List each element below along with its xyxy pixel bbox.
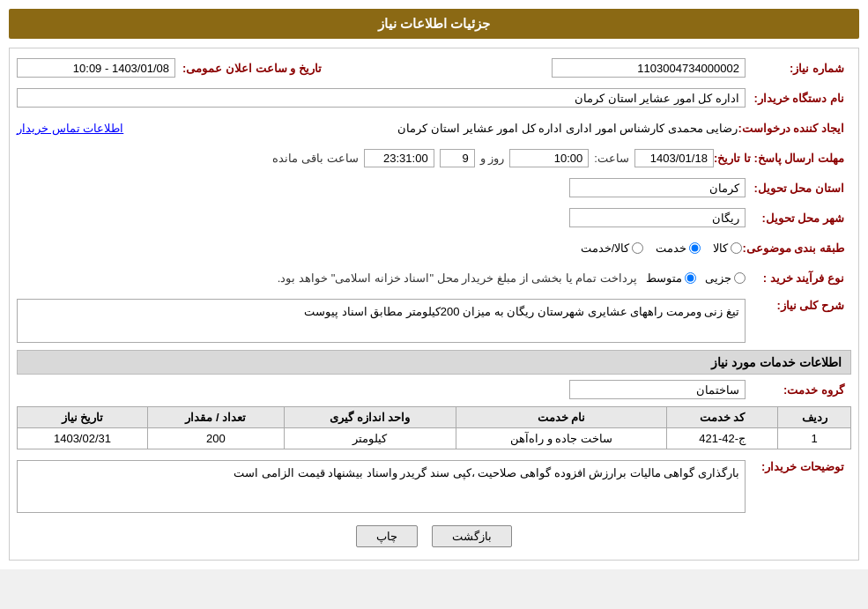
radio-motawaset[interactable]: متوسط [646, 271, 696, 285]
time-box: 10:00 [509, 149, 589, 167]
col-vahed: واحد اندازه گیری [284, 407, 456, 428]
row-gorooh: گروه خدمت: ساختمان [17, 380, 851, 399]
row-ostan: استان محل تحویل: کرمان [17, 175, 851, 200]
radio-khadamat-input[interactable] [689, 242, 701, 254]
process-row: جزیی متوسط پرداخت تمام یا بخشی از مبلغ خ… [17, 271, 746, 285]
tawzihat-label: توضیحات خریدار: [746, 457, 851, 473]
tarikh-elam-box: 1403/01/08 - 10:09 [17, 58, 175, 78]
radio-kala-khadamat[interactable]: کالا/خدمت [581, 241, 644, 255]
ostan-box: کرمان [569, 178, 746, 197]
row-shahr: شهر محل تحویل: ریگان [17, 205, 851, 230]
tawzihat-box: بارگذاری گواهی مالیات برارزش افزوده گواه… [17, 460, 746, 513]
tarikh-elam-value: 1403/01/08 - 10:09 [73, 62, 169, 75]
col-tarikh: تاریخ نیاز [18, 407, 148, 428]
radio-motawaset-input[interactable] [685, 272, 696, 284]
row-shomara: شماره نیاز: 1103004734000002 تاریخ و ساع… [17, 56, 851, 80]
ejad-value: رضایی محمدی کارشناس امور اداری اداره کل … [132, 122, 738, 135]
header-title: جزئیات اطلاعات نیاز [378, 16, 490, 31]
radio-kala-input[interactable] [731, 242, 742, 254]
row-tawzihat: توضیحات خریدار: بارگذاری گواهی مالیات بر… [17, 457, 851, 513]
date-box: 1403/01/18 [634, 149, 714, 167]
radio-jozee-input[interactable] [734, 272, 746, 284]
col-radif: ردیف [778, 407, 851, 428]
shomara-label: شماره نیاز: [746, 62, 851, 75]
radio-khadamat-label: خدمت [656, 241, 686, 255]
remaining-box: 23:31:00 [364, 149, 434, 167]
tabaqe-label: طبقه بندی موضوعی: [742, 241, 851, 255]
mohlet-label: مهلت ارسال پاسخ: تا تاریخ: [714, 152, 851, 165]
gorooh-box: ساختمان [569, 380, 746, 399]
cell-radif: 1 [778, 428, 851, 449]
page-header: جزئیات اطلاعات نیاز [9, 9, 859, 39]
page-wrapper: جزئیات اطلاعات نیاز شماره نیاز: 11030047… [0, 0, 868, 569]
cell-name: ساخت جاده و راه‌آهن [456, 428, 666, 449]
cell-tedad: 200 [147, 428, 284, 449]
radio-khadamat[interactable]: خدمت [656, 241, 701, 255]
radio-kalakhadamat-label: کالا/خدمت [581, 241, 630, 255]
rooz-value: 9 [462, 152, 468, 165]
time-label: ساعت: [594, 152, 629, 165]
radio-motawaset-label: متوسط [646, 271, 682, 285]
namedastgah-label: نام دستگاه خریدار: [746, 92, 851, 105]
farayand-label: نوع فرآیند خرید : [746, 271, 851, 285]
radio-jozee[interactable]: جزیی [705, 271, 746, 285]
row-namedastgah: نام دستگاه خریدار: اداره کل امور عشایر ا… [17, 85, 851, 110]
ostan-label: استان محل تحویل: [746, 182, 851, 195]
time-row: 1403/01/18 ساعت: 10:00 روز و 9 23:31:00 … [17, 149, 714, 167]
radio-kala[interactable]: کالا [713, 241, 742, 255]
sharh-box: تیغ زنی ومرمت راههای عشایری شهرستان ریگا… [17, 299, 746, 343]
bazgasht-button[interactable]: بازگشت [432, 525, 512, 547]
sharh-value: تیغ زنی ومرمت راههای عشایری شهرستان ریگا… [304, 305, 739, 318]
radio-kala-label: کالا [713, 241, 728, 255]
row-sharh: شرح کلی نیاز: تیغ زنی ومرمت راههای عشایر… [17, 295, 851, 343]
khadamat-section-title: اطلاعات خدمات مورد نیاز [17, 350, 851, 375]
form-section: شماره نیاز: 1103004734000002 تاریخ و ساع… [9, 48, 859, 561]
tarikh-elam-label: تاریخ و ساعت اعلان عمومی: [182, 62, 329, 75]
ostan-value: کرمان [709, 182, 739, 195]
table-section: ردیف کد خدمت نام خدمت واحد اندازه گیری ت… [17, 406, 851, 449]
table-row: 1 ج-42-421 ساخت جاده و راه‌آهن کیلومتر 2… [18, 428, 851, 449]
shahr-box: ریگان [569, 208, 746, 227]
remaining-label: ساعت باقی مانده [272, 152, 358, 165]
col-name: نام خدمت [456, 407, 666, 428]
tarikh-section: تاریخ و ساعت اعلان عمومی: 1403/01/08 - 1… [17, 58, 552, 78]
cell-vahed: کیلومتر [284, 428, 456, 449]
radio-jozee-label: جزیی [705, 271, 731, 285]
ejad-label: ایجاد کننده درخواست: [738, 122, 851, 135]
row-tabaqe: طبقه بندی موضوعی: کالا خدمت کالا/خدمت [17, 235, 851, 260]
farayand-text: پرداخت تمام یا بخشی از مبلغ خریدار محل "… [278, 271, 637, 285]
sharh-label: شرح کلی نیاز: [746, 295, 851, 312]
shomara-value: 1103004734000002 [637, 62, 739, 75]
shomara-value-box: 1103004734000002 [552, 58, 746, 78]
row-mohlet: مهلت ارسال پاسخ: تا تاریخ: 1403/01/18 سا… [17, 145, 851, 170]
remaining-value: 23:31:00 [383, 152, 428, 165]
row-farayand: نوع فرآیند خرید : جزیی متوسط پرداخت تمام… [17, 265, 851, 290]
tabaqe-radio-group: کالا خدمت کالا/خدمت [17, 241, 742, 255]
rooz-label: روز و [480, 152, 505, 165]
col-tedad: تعداد / مقدار [147, 407, 284, 428]
shahr-value: ریگان [712, 212, 739, 225]
rooz-box: 9 [440, 149, 475, 167]
cell-kod: ج-42-421 [667, 428, 778, 449]
services-table: ردیف کد خدمت نام خدمت واحد اندازه گیری ت… [17, 406, 851, 449]
col-kod: کد خدمت [667, 407, 778, 428]
namedastgah-value-box: اداره کل امور عشایر استان کرمان [17, 88, 746, 108]
namedastgah-value: اداره کل امور عشایر استان کرمان [575, 92, 739, 105]
chap-button[interactable]: چاپ [356, 525, 418, 547]
date-value: 1403/01/18 [650, 152, 708, 165]
gorooh-label: گروه خدمت: [746, 383, 851, 397]
contact-link[interactable]: اطلاعات تماس خریدار [17, 122, 123, 135]
tawzihat-value: بارگذاری گواهی مالیات برارزش افزوده گواه… [234, 466, 739, 479]
table-header-row: ردیف کد خدمت نام خدمت واحد اندازه گیری ت… [18, 407, 851, 428]
row-ejad: ایجاد کننده درخواست: رضایی محمدی کارشناس… [17, 115, 851, 140]
cell-tarikh: 1403/02/31 [18, 428, 148, 449]
bottom-buttons: بازگشت چاپ [17, 525, 851, 547]
radio-kalakhadamat-input[interactable] [632, 242, 643, 254]
gorooh-value: ساختمان [696, 383, 739, 397]
time-value: 10:00 [554, 152, 583, 165]
shahr-label: شهر محل تحویل: [746, 212, 851, 225]
